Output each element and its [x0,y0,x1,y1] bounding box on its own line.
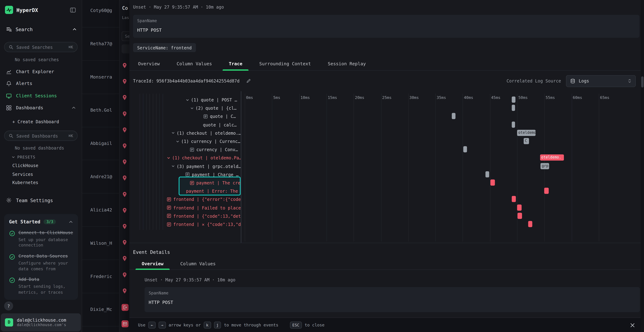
span-duration-bar[interactable] [518,213,522,219]
map-pin-icon[interactable] [122,143,128,149]
span-duration-bar[interactable] [512,105,515,111]
close-icon[interactable] [630,322,636,328]
user-menu[interactable]: D dale@clickhouse.com dale@clickhouse.co… [1,313,81,331]
span-duration-bar[interactable]: grp [540,163,549,169]
trace-span-row[interactable]: (1)checkout | oteldemo.Pa… [138,154,240,162]
trace-span-row[interactable]: frontend | {"code":13,"det… [138,212,240,220]
trace-span-row[interactable]: (1)quote | POST … [138,96,240,104]
session-list-item[interactable]: Wilson_H [82,227,119,260]
span-duration-bar[interactable] [490,180,495,186]
session-filter-button[interactable] [122,44,130,54]
trace-span-row[interactable]: (3)payment | grpc.oteld… [138,162,240,170]
span-duration-bar[interactable]: oteldemo. [517,130,536,136]
trace-span-row[interactable]: currency | Conv… [138,146,240,154]
trace-span-row[interactable]: payment | Charge … [138,170,240,178]
tab-trace[interactable]: Trace [223,57,249,70]
span-duration-bar[interactable] [486,171,489,177]
span-duration-bar[interactable] [512,96,516,103]
map-pin-icon[interactable] [122,127,128,133]
map-pin-icon[interactable] [122,256,128,262]
get-started-item[interactable]: Create Data SourcesConfigure where your … [9,254,73,272]
session-list-item[interactable]: Beth.Gol [82,94,119,127]
create-dashboard-button[interactable]: + Create Dashboard [12,119,59,124]
session-list-item[interactable]: Alicia42 [82,194,119,227]
chevron-up-icon[interactable] [68,220,73,224]
span-duration-bar[interactable] [517,204,522,210]
session-subtitle-fragment: Las [122,15,129,20]
session-list-item[interactable]: Monserra [82,61,119,94]
saved-dashboards-input[interactable]: Saved Dashboards ⌘K [4,130,78,141]
sidebar-item-team-settings[interactable]: Team Settings [6,197,53,203]
session-list-item[interactable]: Retha77@ [82,28,119,61]
trace-span-row[interactable]: frontend | {"error":{"code… [138,195,240,204]
map-pin-icon[interactable] [122,62,128,68]
trace-span-row[interactable]: frontend | Failed to place… [138,204,240,212]
span-duration-bar[interactable] [528,221,532,227]
map-pin-icon[interactable] [122,240,128,246]
span-duration-bar[interactable]: C [524,138,529,144]
details-tab-column-values[interactable]: Column Values [174,258,222,270]
trace-span-row[interactable]: payment | The cre… [138,179,240,187]
sidebar-item-kubernetes[interactable]: Kubernetes [0,178,82,186]
tab-column-values[interactable]: Column Values [170,57,218,70]
edit-pencil-icon[interactable] [246,78,251,84]
sidebar-item-chart-explorer[interactable]: Chart Explorer [0,66,82,78]
session-title-fragment: Co [122,5,128,11]
span-duration-bar[interactable] [544,188,549,194]
session-list-item[interactable]: Andre21@ [82,160,119,194]
trace-span-row[interactable]: frontend | ✕ {"code":13,"d… [138,220,240,228]
tab-surrounding-context[interactable]: Surrounding Context [253,57,317,70]
map-pin-icon[interactable] [122,224,128,230]
get-started-item[interactable]: Add DataStart sending logs, metrics, or … [9,277,73,295]
session-list-item[interactable]: Frederic [82,260,119,293]
scrollbar-thumb[interactable] [641,76,644,88]
span-duration-bar[interactable]: oteldemo. [540,154,564,161]
tab-session-replay[interactable]: Session Replay [322,57,372,70]
log-source-select[interactable]: Logs [566,75,636,87]
trace-span-row[interactable]: (1)checkout | oteldemo.… [138,129,240,137]
map-pin-icon[interactable] [122,95,128,101]
span-duration-bar[interactable] [452,113,456,119]
map-pin-icon[interactable] [122,191,128,197]
trace-span-row[interactable]: payment | Error: The … [138,187,240,195]
map-pin-icon[interactable] [122,175,128,181]
sidebar-item-alerts[interactable]: Alerts [0,78,82,90]
scrollbar[interactable] [641,0,644,332]
service-name-chip[interactable]: ServiceName: frontend [133,43,196,52]
footer-use-text: Use [138,322,145,327]
sidebar-item-clickhouse[interactable]: ClickHouse [0,161,82,170]
map-pin-icon[interactable] [122,207,128,214]
trace-span-row[interactable]: (2)quote | {cl… [138,104,240,112]
saved-searches-input[interactable]: Saved Searches ⌘K [4,42,78,52]
session-list-item[interactable]: Abbigail [82,127,119,160]
session-list-item[interactable]: Coty60@g [82,0,119,28]
brand[interactable]: HyperDX [5,6,38,14]
map-pin-icon[interactable] [122,159,128,165]
get-started-item[interactable]: Connect to ClickHouseSet up your databas… [9,230,73,248]
timeline-gridline [326,94,327,242]
presets-header[interactable]: PRESETS [12,155,36,160]
details-tab-overview[interactable]: Overview [136,258,170,270]
map-pin-icon[interactable] [122,288,128,294]
session-error-icon[interactable] [122,320,128,327]
help-button[interactable]: ? [4,302,13,310]
session-search-input[interactable]: Se [122,31,130,41]
trace-span-row[interactable]: (1)currency | Currenc… [138,137,240,146]
collapse-sidebar-icon[interactable] [70,7,76,13]
session-list-item[interactable]: Dixie_Mc [82,293,119,326]
tab-overview[interactable]: Overview [132,57,166,70]
span-duration-bar[interactable] [512,122,515,128]
map-pin-icon[interactable] [122,78,128,84]
timeline-gridline [381,94,381,242]
map-pin-icon[interactable] [122,111,128,117]
span-duration-bar[interactable] [512,196,516,202]
trace-span-row[interactable]: quote | C… [138,112,240,120]
span-duration-bar[interactable] [463,146,467,152]
trace-span-row[interactable]: quote | calc… [138,120,240,129]
session-exit-icon[interactable] [122,304,128,311]
search-section-header[interactable]: Search [6,26,77,32]
sidebar-item-dashboards[interactable]: Dashboards [0,102,82,114]
sidebar-item-services[interactable]: Services [0,170,82,178]
map-pin-icon[interactable] [122,272,128,278]
sidebar-item-client-sessions[interactable]: Client Sessions [0,90,82,102]
